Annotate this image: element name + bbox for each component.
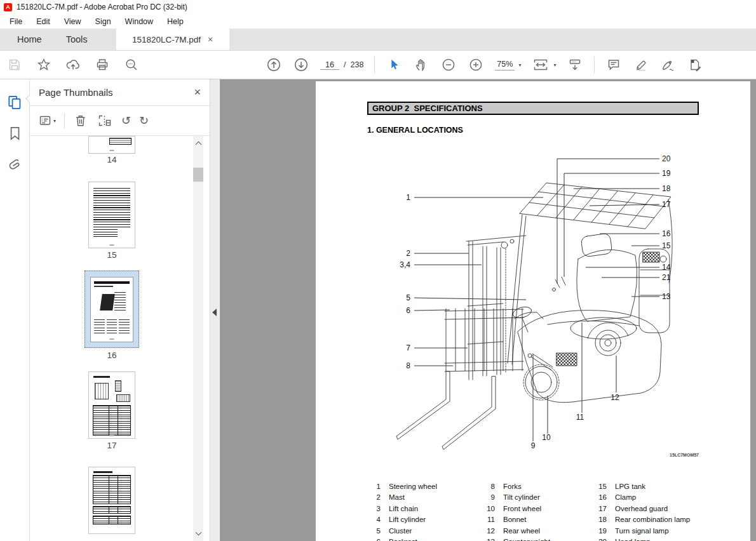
thumbnail-page-15[interactable] [89,182,135,248]
find-icon[interactable] [123,55,140,74]
resize-pages-icon[interactable] [97,113,113,128]
delete-pages-icon[interactable] [73,113,88,128]
zoom-in-icon[interactable] [468,55,484,74]
main-toolbar: / 238 75% ▾ ▾ [0,51,756,79]
tab-home[interactable]: Home [8,29,51,50]
callout-label: 3,4 [400,260,410,269]
title-bar: A 151820LC-7M.pdf - Adobe Acrobat Pro DC… [0,0,756,14]
parts-list-row: 15LPG tank [591,481,725,492]
print-icon[interactable] [94,55,111,74]
share-file-icon[interactable] [687,55,704,74]
thumbnail-page-18[interactable] [89,467,135,533]
parts-list-row: 13Counterweight [480,537,586,541]
attachments-icon[interactable] [6,156,24,173]
parts-list-column-3: 15LPG tank16Clamp17Overhead guard18Rear … [591,481,725,541]
parts-list-row: 9Tilt cylinder [480,492,586,503]
tab-tools[interactable]: Tools [57,29,97,50]
close-icon[interactable]: × [194,86,201,99]
thumb-14-table-fragment [109,138,132,145]
section-title: 1. GENERAL LOCATIONS [367,126,463,135]
panel-collapse-strip[interactable] [210,79,220,541]
window-title: 151820LC-7M.pdf - Adobe Acrobat Pro DC (… [17,3,187,11]
callout-label: 16 [662,229,671,238]
rotate-clockwise-icon[interactable]: ↻ [139,115,149,126]
callout-label: 1 [406,193,410,202]
callout-label: 10 [542,433,551,442]
favorite-star-icon[interactable] [36,55,52,74]
tab-close-icon[interactable]: × [208,35,213,44]
callout-label: 17 [662,200,671,209]
parts-list-row: 20Head lamp [591,537,725,541]
panel-scrollbar[interactable] [193,136,203,541]
parts-list-row: 5Cluster [365,526,473,537]
tab-document[interactable]: 151820LC-7M.pdf × [116,29,229,50]
parts-list-row: 8Forks [480,481,586,492]
menu-file[interactable]: File [3,15,29,28]
callout-label: 19 [662,169,671,178]
main-area: Page Thumbnails × ▾ ↺ ↻ [0,79,756,541]
menu-window[interactable]: Window [118,15,160,28]
next-page-icon[interactable] [293,55,309,74]
fill-and-sign-icon[interactable] [660,55,677,74]
parts-list-row: 10Front wheel [480,504,586,514]
zoom-level-control[interactable]: 75% ▾ [495,60,521,70]
scroll-down-icon[interactable] [195,530,201,536]
rotate-counterclockwise-icon[interactable]: ↺ [121,115,131,126]
callout-label: 2 [406,249,410,258]
callout-label: 15 [662,241,671,250]
previous-page-icon[interactable] [266,55,282,74]
scrollbar-thumb[interactable] [193,168,203,182]
callout-line [414,310,450,311]
callout-label: 18 [662,184,671,193]
bookmarks-icon[interactable] [6,124,24,142]
highlight-icon[interactable] [633,55,649,74]
page-total: 238 [350,60,363,69]
thumb-16-diagram [97,290,127,317]
thumbnail-label-14: 14 [107,155,116,164]
callout-label: 14 [662,263,671,272]
menu-edit[interactable]: Edit [29,15,57,28]
document-view[interactable]: GROUP 2 SPECIFICATIONS 1. GENERAL LOCATI… [220,79,756,541]
page-thumbnails-panel: Page Thumbnails × ▾ ↺ ↻ [30,79,210,541]
collapse-panel-icon[interactable] [212,309,217,316]
parts-list-column-2: 8Forks9Tilt cylinder10Front wheel11Bonne… [480,481,586,541]
thumbnail-label-16: 16 [107,351,116,360]
chevron-down-icon: ▾ [53,118,56,124]
fit-width-control[interactable]: ▾ [532,57,556,72]
page-number-input[interactable] [320,60,339,70]
acrobat-pdf-icon: A [4,3,12,11]
thumbnail-page-17[interactable] [89,372,135,438]
parts-list-row: 4Lift cylinder [365,514,473,525]
callout-label: 13 [662,292,671,301]
menu-sign[interactable]: Sign [88,15,118,28]
panel-title: Page Thumbnails [39,87,194,98]
callout-label: 12 [611,393,619,402]
chevron-down-icon: ▾ [553,62,556,68]
parts-list-row: 1Steering wheel [365,481,473,492]
parts-list-row: 17Overhead guard [591,504,725,514]
parts-list-row: 11Bonnet [480,514,586,525]
hand-tool-icon[interactable] [413,55,429,74]
page-scrolling-icon[interactable] [567,55,583,74]
callout-label: 8 [406,361,410,370]
save-icon[interactable] [6,55,23,74]
navigation-rail [0,79,30,541]
menu-help[interactable]: Help [160,15,191,28]
toolbar-separator [374,57,375,73]
scroll-up-icon[interactable] [195,142,201,148]
parts-list-row: 12Rear wheel [480,526,586,537]
menu-view[interactable]: View [57,15,88,28]
zoom-level-value: 75% [495,60,515,70]
comment-icon[interactable] [605,55,622,74]
callout-label: 6 [406,306,410,315]
thumbnail-label-15: 15 [107,250,116,260]
zoom-out-icon[interactable] [440,55,457,74]
callout-line [557,159,659,284]
thumbnail-page-14[interactable] [89,137,135,153]
page-thumbnails-icon[interactable] [6,93,24,111]
thumbnail-options-icon[interactable]: ▾ [38,113,56,128]
share-cloud-upload-icon[interactable] [65,55,81,74]
select-tool-icon[interactable] [386,55,402,74]
thumbnail-label-17: 17 [107,441,116,450]
thumbnail-page-16-selected[interactable] [84,270,139,348]
